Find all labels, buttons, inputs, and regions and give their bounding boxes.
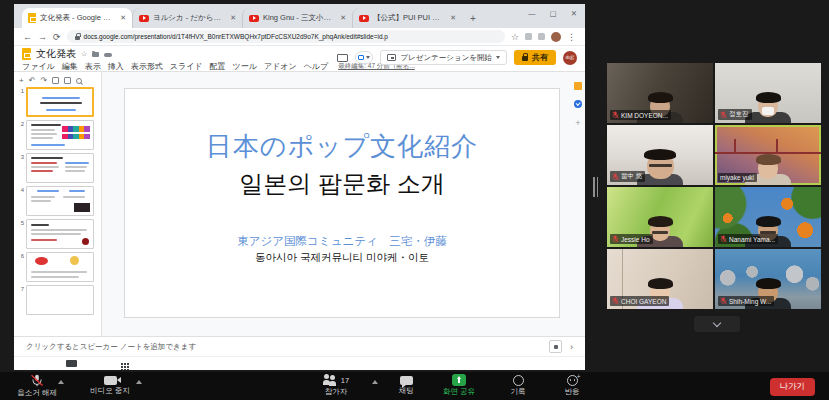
tab-close-icon[interactable]: ✕ bbox=[450, 14, 456, 22]
record-button[interactable]: 기록 bbox=[500, 374, 536, 397]
participant-name-tag: Nanami Yama... bbox=[718, 234, 778, 244]
add-addon-icon[interactable]: + bbox=[575, 118, 580, 128]
slide-thumbnail-4[interactable]: 4 bbox=[16, 186, 98, 216]
video-tile-miyake-yuki-active-speaker[interactable]: miyake yuki bbox=[715, 125, 821, 185]
new-tab-button[interactable]: + bbox=[470, 13, 476, 24]
video-tile-choi-gayeon[interactable]: CHOI GAYEON bbox=[607, 249, 713, 309]
print-icon[interactable] bbox=[52, 77, 59, 84]
slide-thumbnail-1[interactable]: 1 bbox=[16, 87, 98, 117]
menu-tools[interactable]: ツール bbox=[233, 61, 257, 72]
chevron-down-icon[interactable] bbox=[496, 56, 500, 59]
chat-bubble-icon bbox=[400, 376, 413, 385]
address-bar[interactable]: docs.google.com/presentation/d/1T4fHVX_B… bbox=[67, 30, 505, 43]
unmute-button[interactable]: 음소거 해제 bbox=[8, 374, 66, 398]
document-title[interactable]: 文化発表 bbox=[36, 47, 76, 61]
slide-thumbnail-2[interactable]: 2 bbox=[16, 120, 98, 150]
audio-options-caret[interactable] bbox=[58, 380, 64, 384]
reload-icon[interactable]: ⟳ bbox=[53, 32, 61, 42]
move-folder-icon[interactable] bbox=[92, 52, 99, 57]
tab-youtube-3[interactable]: 【公式】PUI PUI モルカー 第1話 ✕ bbox=[352, 8, 462, 28]
menu-edit[interactable]: 編集 bbox=[62, 61, 78, 72]
video-tile-nanami-yama[interactable]: Nanami Yama... bbox=[715, 187, 821, 247]
bookmark-star-icon[interactable]: ☆ bbox=[511, 32, 519, 42]
tab-youtube-2[interactable]: King Gnu - 三文小説 - YouTube ✕ bbox=[242, 8, 352, 28]
keep-icon[interactable] bbox=[574, 82, 582, 90]
back-icon[interactable]: ← bbox=[23, 32, 32, 42]
tab-close-icon[interactable]: ✕ bbox=[340, 14, 346, 22]
collapse-video-strip-button[interactable] bbox=[694, 316, 740, 332]
participants-options-caret[interactable] bbox=[372, 380, 378, 384]
start-presentation-button[interactable]: プレゼンテーションを開始 bbox=[380, 50, 507, 65]
menu-view[interactable]: 表示 bbox=[85, 61, 101, 72]
share-screen-button[interactable]: 화면 공유 bbox=[434, 374, 484, 397]
grid-view-icon[interactable] bbox=[121, 363, 123, 365]
participant-name-tag: Shih-Ming W... bbox=[718, 296, 774, 306]
browser-profile-avatar[interactable] bbox=[551, 32, 561, 42]
video-tile-jung-hojin[interactable]: 정호진 bbox=[715, 63, 821, 123]
tab-slides[interactable]: 文化発表 - Google スライド ✕ bbox=[22, 8, 132, 28]
participant-name: miyake yuki bbox=[720, 174, 754, 181]
participant-name-tag: CHOI GAYEON bbox=[610, 296, 669, 306]
tab-youtube-1[interactable]: ヨルシカ - だから僕は音楽を辞めた ✕ bbox=[132, 8, 242, 28]
meet-present-icon[interactable] bbox=[355, 51, 373, 64]
slide-thumbnail-7[interactable]: 7 bbox=[16, 285, 98, 315]
chevron-right-icon[interactable]: › bbox=[570, 342, 573, 352]
menu-arrange[interactable]: 配置 bbox=[210, 61, 226, 72]
account-avatar[interactable]: 由起 bbox=[563, 51, 577, 65]
maximize-button[interactable]: ▢ bbox=[550, 9, 557, 18]
menu-insert[interactable]: 挿入 bbox=[108, 61, 124, 72]
tab-close-icon[interactable]: ✕ bbox=[230, 14, 236, 22]
google-side-panel-rail: + bbox=[574, 82, 582, 128]
redo-icon[interactable]: ↷ bbox=[40, 76, 47, 85]
share-label: 共有 bbox=[532, 52, 548, 63]
browser-menu-icon[interactable]: ⋮ bbox=[567, 32, 576, 42]
video-tile-shih-ming[interactable]: Shih-Ming W... bbox=[715, 249, 821, 309]
stop-video-label: 비디오 중지 bbox=[90, 386, 130, 396]
share-button[interactable]: 共有 bbox=[514, 50, 556, 65]
leave-meeting-button[interactable]: 나가기 bbox=[770, 378, 816, 396]
video-tile-jessie-ho[interactable]: Jessie Ho bbox=[607, 187, 713, 247]
video-options-caret[interactable] bbox=[136, 380, 142, 384]
menu-format[interactable]: 表示形式 bbox=[131, 61, 163, 72]
panel-drag-handle[interactable] bbox=[593, 177, 598, 197]
undo-icon[interactable]: ↶ bbox=[29, 76, 36, 85]
participant-name-tag: KIM DOYEON... bbox=[610, 110, 671, 120]
menu-file[interactable]: ファイル bbox=[22, 61, 55, 72]
present-screen-glyph bbox=[358, 55, 364, 60]
chat-button[interactable]: 채팅 bbox=[388, 374, 424, 396]
close-button[interactable]: ✕ bbox=[571, 9, 577, 18]
menu-help[interactable]: ヘルプ bbox=[304, 61, 329, 72]
slide-thumbnail-6[interactable]: 6 bbox=[16, 252, 98, 282]
tab-close-icon[interactable]: ✕ bbox=[120, 14, 126, 22]
star-document-icon[interactable]: ☆ bbox=[81, 50, 87, 58]
participants-button[interactable]: 17 참가자 bbox=[308, 374, 364, 397]
lock-icon bbox=[522, 56, 528, 61]
slides-app-icon[interactable] bbox=[22, 48, 31, 60]
filmstrip-view-icon[interactable] bbox=[66, 360, 77, 367]
stop-video-button[interactable]: 비디오 중지 bbox=[78, 374, 142, 396]
forward-icon[interactable]: → bbox=[38, 32, 47, 42]
reactions-button[interactable]: + 반응 bbox=[552, 374, 592, 397]
speaker-notes-bar[interactable]: クリックするとスピーカー ノートを追加できます › bbox=[14, 336, 585, 356]
slide-thumbnail-5[interactable]: 5 bbox=[16, 219, 98, 249]
video-tile-kim-doyeon[interactable]: KIM DOYEON... bbox=[607, 63, 713, 123]
muted-mic-icon bbox=[612, 173, 619, 181]
extension-icon[interactable] bbox=[525, 33, 532, 40]
comments-icon[interactable] bbox=[337, 54, 348, 62]
menu-addons[interactable]: アドオン bbox=[264, 61, 297, 72]
extension-icon[interactable] bbox=[538, 33, 545, 40]
browser-tab-strip: 文化発表 - Google スライド ✕ ヨルシカ - だから僕は音楽を辞めた … bbox=[14, 4, 585, 28]
zoom-icon[interactable] bbox=[76, 78, 82, 84]
paint-format-icon[interactable] bbox=[64, 77, 71, 84]
tasks-icon[interactable] bbox=[574, 100, 582, 108]
minimize-button[interactable]: — bbox=[528, 9, 536, 18]
menu-slide[interactable]: スライド bbox=[170, 61, 203, 72]
slide-thumbnail-3[interactable]: 3 bbox=[16, 153, 98, 183]
tab-title: ヨルシカ - だから僕は音楽を辞めた bbox=[153, 13, 226, 23]
new-slide-icon[interactable]: + bbox=[19, 76, 24, 85]
current-slide[interactable]: 日本のポップ文化紹介 일본의 팝문화 소개 東アジア国際コミュニティ 三宅・伊藤… bbox=[124, 88, 560, 318]
speaker-notes-placeholder[interactable]: クリックするとスピーカー ノートを追加できます bbox=[26, 342, 541, 352]
notes-options-icon[interactable] bbox=[549, 340, 562, 353]
unmute-label: 음소거 해제 bbox=[17, 388, 57, 398]
video-tile-hatakenaka[interactable]: 畠中 悠 bbox=[607, 125, 713, 185]
